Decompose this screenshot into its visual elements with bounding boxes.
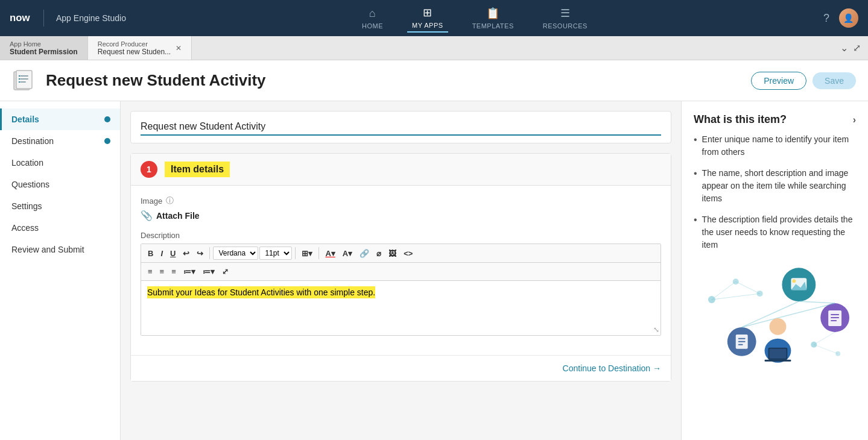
image-info-icon[interactable]: ⓘ bbox=[166, 195, 174, 206]
sidebar-item-settings[interactable]: Settings bbox=[0, 195, 120, 217]
table-button[interactable]: ⊞▾ bbox=[299, 247, 315, 260]
svg-line-40 bbox=[814, 332, 835, 345]
nav-divider bbox=[43, 10, 44, 27]
bullet-list-button[interactable]: ≔▾ bbox=[180, 265, 198, 278]
svg-rect-28 bbox=[738, 344, 743, 345]
redo-button[interactable]: ↪ bbox=[194, 247, 206, 260]
continue-to-destination-button[interactable]: Continue to Destination → bbox=[563, 363, 661, 373]
bullet-text-3: The description field provides details t… bbox=[702, 213, 856, 251]
breadcrumb-record-producer-text: Record Producer Request new Studen... bbox=[98, 40, 171, 56]
item-details-header: 1 Item details bbox=[131, 154, 671, 186]
help-icon[interactable]: ? bbox=[823, 12, 829, 25]
right-panel: What is this item? › • Enter unique name… bbox=[681, 101, 868, 440]
highlight-button[interactable]: A▾ bbox=[340, 247, 355, 260]
svg-rect-23 bbox=[831, 320, 837, 321]
preview-button[interactable]: Preview bbox=[751, 72, 806, 90]
svg-rect-20 bbox=[828, 310, 841, 326]
image-field-row: Image ⓘ 📎 Attach File bbox=[141, 195, 661, 221]
font-size-select[interactable]: 11pt bbox=[259, 247, 292, 260]
section-header: 1 Item details bbox=[141, 161, 661, 178]
breadcrumb-tab-app-home[interactable]: App Home Student Permission bbox=[0, 36, 88, 60]
save-button[interactable]: Save bbox=[813, 72, 856, 89]
sidebar-details-dot bbox=[104, 116, 110, 122]
bullet-dot-1: • bbox=[694, 133, 697, 146]
svg-rect-6 bbox=[19, 75, 20, 77]
bullet-item-1: • Enter unique name to identify your ite… bbox=[694, 133, 856, 159]
bold-button[interactable]: B bbox=[145, 247, 156, 260]
sidebar-item-review-submit[interactable]: Review and Submit bbox=[0, 239, 120, 260]
svg-line-13 bbox=[736, 281, 760, 294]
nav-templates[interactable]: 📋 TEMPLATES bbox=[467, 4, 519, 32]
step-1-badge: 1 bbox=[141, 161, 157, 178]
user-avatar[interactable]: 👤 bbox=[839, 8, 858, 28]
toolbar-separator-1 bbox=[209, 247, 210, 259]
align-center-button[interactable]: ≡ bbox=[157, 265, 168, 278]
sidebar-details-label: Details bbox=[11, 115, 39, 124]
sidebar-location-label: Location bbox=[11, 158, 43, 168]
name-input-card bbox=[130, 111, 671, 143]
record-producer-icon bbox=[12, 69, 36, 93]
svg-point-18 bbox=[792, 279, 796, 283]
svg-line-39 bbox=[814, 345, 838, 354]
nav-resources[interactable]: ☰ RESOURCES bbox=[538, 4, 592, 32]
unlink-button[interactable]: ⌀ bbox=[373, 247, 384, 260]
resize-handle[interactable]: ⤡ bbox=[653, 325, 659, 334]
sidebar-review-submit-label: Review and Submit bbox=[11, 245, 84, 254]
sidebar-item-questions[interactable]: Questions bbox=[0, 174, 120, 195]
continue-area: Continue to Destination → bbox=[131, 355, 671, 381]
nav-right: ? 👤 bbox=[823, 8, 858, 28]
breadcrumb-line1: App Home bbox=[10, 40, 78, 48]
bullet-text-1: Enter unique name to identify your item … bbox=[702, 133, 856, 159]
sidebar-item-details[interactable]: Details bbox=[0, 108, 120, 130]
bullet-dot-2: • bbox=[694, 167, 697, 180]
nav-templates-label: TEMPLATES bbox=[472, 22, 514, 30]
attach-file-label: Attach File bbox=[156, 211, 200, 221]
expand-editor-button[interactable]: ⤢ bbox=[219, 265, 232, 278]
breadcrumb-right-controls: ⌄ ⤢ bbox=[833, 42, 868, 54]
breadcrumb-tab-record-producer[interactable]: Record Producer Request new Studen... ✕ bbox=[88, 36, 192, 60]
link-button[interactable]: 🔗 bbox=[356, 247, 372, 260]
rich-text-editor[interactable]: B I U ↩ ↪ Verdana 11pt bbox=[141, 244, 661, 336]
image-label: Image ⓘ bbox=[141, 195, 661, 206]
text-color-button[interactable]: A▾ bbox=[322, 247, 338, 260]
bullet-item-3: • The description field provides details… bbox=[694, 213, 856, 251]
app-engine-studio-title: App Engine Studio bbox=[56, 13, 126, 23]
item-name-input[interactable] bbox=[141, 119, 661, 136]
main-layout: Details Destination Location Questions S… bbox=[0, 101, 868, 440]
attach-file-button[interactable]: 📎 Attach File bbox=[141, 210, 200, 221]
image-label-text: Image bbox=[141, 196, 162, 206]
underline-button[interactable]: U bbox=[167, 247, 179, 260]
italic-button[interactable]: I bbox=[157, 247, 166, 260]
sidebar-access-label: Access bbox=[11, 223, 39, 233]
sidebar-item-location[interactable]: Location bbox=[0, 152, 120, 174]
rte-body[interactable]: Submit your Ideas for Student Activities… bbox=[141, 281, 661, 335]
sidebar-item-destination[interactable]: Destination bbox=[0, 130, 120, 152]
form-content: Image ⓘ 📎 Attach File Description bbox=[131, 186, 671, 355]
svg-rect-36 bbox=[765, 360, 791, 362]
page-header: Request new Student Activity Preview Sav… bbox=[0, 60, 868, 101]
item-details-card: 1 Item details Image ⓘ 📎 Attach File bbox=[130, 153, 671, 382]
bullet-dot-3: • bbox=[694, 213, 697, 227]
breadcrumb-record-producer-label: Record Producer bbox=[98, 40, 171, 48]
right-panel-chevron-icon[interactable]: › bbox=[853, 115, 856, 125]
image-insert-button[interactable]: 🖼 bbox=[385, 247, 399, 260]
page-header-left: Request new Student Activity bbox=[12, 69, 266, 93]
collapse-button[interactable]: ⌄ bbox=[840, 42, 848, 54]
source-code-button[interactable]: <> bbox=[401, 247, 416, 260]
align-right-button[interactable]: ≡ bbox=[168, 265, 179, 278]
toolbar-separator-3 bbox=[318, 247, 319, 259]
sidebar-item-access[interactable]: Access bbox=[0, 217, 120, 239]
svg-rect-5 bbox=[20, 81, 26, 83]
close-tab-icon[interactable]: ✕ bbox=[176, 44, 182, 52]
now-logo[interactable]: now bbox=[10, 12, 31, 24]
nav-my-apps[interactable]: ⊞ MY APPS bbox=[407, 4, 448, 33]
home-icon: ⌂ bbox=[369, 7, 376, 20]
font-family-select[interactable]: Verdana bbox=[213, 247, 258, 260]
nav-home[interactable]: ⌂ HOME bbox=[357, 5, 388, 32]
sidebar-destination-dot bbox=[104, 138, 110, 144]
align-left-button[interactable]: ≡ bbox=[145, 265, 156, 278]
expand-button[interactable]: ⤢ bbox=[853, 42, 861, 54]
undo-button[interactable]: ↩ bbox=[180, 247, 192, 260]
sidebar-questions-label: Questions bbox=[11, 180, 49, 189]
numbered-list-button[interactable]: ≔▾ bbox=[200, 265, 218, 278]
